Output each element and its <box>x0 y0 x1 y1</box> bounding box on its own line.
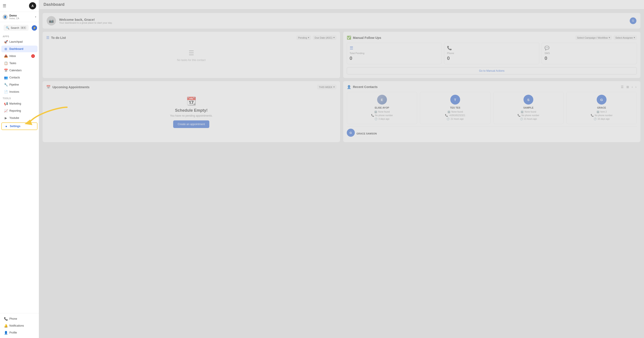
inbox-badge: 0 <box>31 54 35 58</box>
contact-card-sample[interactable]: S SAMPLE 🏢 None found 📞 No phone number <box>493 92 564 124</box>
sms-stat: 💬 SMS 0 <box>542 43 637 64</box>
reporting-label: Reporting <box>9 109 21 112</box>
contact-phone-tes: 📞 +639165232321 <box>445 114 465 117</box>
invoices-icon: 📄 <box>4 90 8 94</box>
sidebar-item-inbox[interactable]: 📥 Inbox 0 <box>1 53 38 59</box>
prev-contacts-button[interactable]: ‹ <box>631 85 633 89</box>
sidebar-item-calendars[interactable]: 📅 Calendars <box>1 67 38 74</box>
sms-stat-icon: 💬 <box>544 46 634 51</box>
todo-empty-text: No tasks for this contact <box>177 59 206 62</box>
contact-phone-elise: 📞 No phone number <box>371 114 393 117</box>
sidebar-item-launchpad[interactable]: 🚀 Launchpad <box>1 38 38 45</box>
phone-stat-value: 0 <box>447 55 536 61</box>
building-icon: 🏢 <box>448 110 450 113</box>
contact-name-elise: ELISE AYOP <box>375 106 389 109</box>
sidebar-item-reporting[interactable]: 📈 Reporting <box>1 107 38 114</box>
contact-time-grace: 🕐 15 days ago <box>594 117 610 120</box>
topbar: Dashboard <box>39 0 644 9</box>
launchpad-label: Launchpad <box>9 40 22 43</box>
next-contacts-button[interactable]: › <box>635 85 637 89</box>
total-pending-icon: ☰ <box>350 46 439 51</box>
contact-time-tes: 🕐 21 hours ago <box>446 117 464 120</box>
building-icon: 🏢 <box>374 110 377 113</box>
settings-label: Settings <box>10 125 20 128</box>
bolt-button[interactable]: ⚡ <box>32 25 37 31</box>
sidebar-item-notifications[interactable]: 🔔 Notifications <box>1 322 38 329</box>
chevron-down-icon: ▾ <box>308 36 309 39</box>
todo-due-filter[interactable]: Due Date (ASC) ▾ <box>313 35 336 40</box>
appointments-header: 📅 Upcoming Appointments THIS WEEK ▾ <box>46 85 336 89</box>
search-shortcut: ⌘ K <box>20 26 26 29</box>
this-week-filter[interactable]: THIS WEEK ▾ <box>317 85 336 89</box>
sidebar-item-settings[interactable]: ● Settings <box>1 122 38 130</box>
welcome-avatar: 📷 <box>47 16 56 26</box>
todo-header: ☰ To do List Pending ▾ Due Date (ASC) ▾ <box>46 35 336 40</box>
tasks-icon: 📋 <box>4 61 8 65</box>
recent-contacts-header: 👤 Recent Contacts ☰ ⊞ ‹ › <box>347 85 637 89</box>
go-to-manual-actions-button[interactable]: Go to Manual Actions <box>347 67 637 74</box>
total-pending-value: 0 <box>350 55 439 61</box>
sidebar-item-pipeline[interactable]: 🔧 Pipeline <box>1 81 38 88</box>
contact-card-elise[interactable]: E ELISE AYOP 🏢 None found 📞 No phone num… <box>347 92 417 124</box>
chevron-down-icon: ▾ <box>634 36 635 39</box>
welcome-subtitle: Your dashboard is a great place to start… <box>59 22 112 24</box>
inbox-label: Inbox <box>9 55 16 58</box>
campaign-workflow-filter[interactable]: Select Campaign / Workflow ▾ <box>575 35 612 40</box>
contacts-view-controls: ☰ ⊞ ‹ › <box>620 85 637 89</box>
sidebar-item-contacts[interactable]: 👥 Contacts <box>1 74 38 81</box>
contact-company-sample: 🏢 None found <box>520 110 536 113</box>
contact-card-grace[interactable]: G GRACE 🏢 form 2 📞 No phone number 🕐 <box>566 92 637 124</box>
total-pending-label: Total Pending <box>350 52 439 55</box>
appointments-controls: THIS WEEK ▾ <box>317 85 336 89</box>
welcome-text: Welcome back, Grace! Your dashboard is a… <box>59 18 112 24</box>
pipeline-icon: 🔧 <box>4 83 8 86</box>
contact-avatar-grace-samson: G <box>347 129 355 137</box>
todo-title: To do List <box>51 36 296 40</box>
account-icon: 👤 <box>3 15 8 20</box>
contact-name-grace: GRACE <box>597 106 606 109</box>
chevron-down-icon: ▾ <box>334 36 335 39</box>
sidebar-item-profile[interactable]: 👤 Profile <box>1 329 38 336</box>
apps-section-label: Apps <box>0 34 39 38</box>
search-bar[interactable]: 🔍 Search ⌘ K <box>4 25 28 31</box>
sidebar-item-phone[interactable]: 📞 Phone <box>1 315 38 322</box>
sidebar-item-marketing[interactable]: 📢 Marketing <box>1 100 38 107</box>
contact-card-tes[interactable]: T TES TES 🏢 None found 📞 +639165232321 <box>420 92 490 124</box>
invoices-label: Invoices <box>9 90 19 93</box>
dashboard-icon: ⊞ <box>4 47 8 51</box>
contact-row-grace-samson: G GRACE SAMSON <box>347 126 637 138</box>
grid-view-button[interactable]: ⊞ <box>626 85 630 89</box>
search-label: Search <box>11 26 20 30</box>
appointments-empty-state: 📆 Schedule Empty! You have no pending ap… <box>46 92 336 132</box>
sidebar-item-youtube[interactable]: ▶ Youtube <box>1 115 38 121</box>
marketing-label: Marketing <box>9 102 21 105</box>
sidebar-item-tasks[interactable]: 📋 Tasks <box>1 60 38 67</box>
notifications-label: Notifications <box>9 324 24 327</box>
calendar-icon: 📆 <box>186 96 196 106</box>
contact-company-grace: 🏢 form 2 <box>596 110 607 113</box>
todo-empty-icon: ☰ <box>188 49 194 57</box>
notifications-icon: 🔔 <box>4 324 8 327</box>
phone-icon: 📞 <box>591 114 594 117</box>
follow-stats: ☰ Total Pending 0 📞 Phone 0 💬 SMS 0 <box>347 43 637 64</box>
create-appointment-button[interactable]: Create an appointment <box>173 120 209 128</box>
phone-icon: 📞 <box>4 317 8 320</box>
sidebar-bottom: 📞 Phone 🔔 Notifications 👤 Profile <box>0 313 39 338</box>
sidebar-item-invoices[interactable]: 📄 Invoices <box>1 88 38 95</box>
contact-name-sample: SAMPLE <box>523 106 534 109</box>
appointments-empty-title: Schedule Empty! <box>175 108 208 113</box>
hamburger-icon[interactable]: ☰ <box>3 3 6 8</box>
appointments-widget: 📅 Upcoming Appointments THIS WEEK ▾ 📆 Sc… <box>42 81 340 142</box>
todo-pending-filter[interactable]: Pending ▾ <box>296 35 311 40</box>
profile-label: Profile <box>9 331 17 334</box>
list-view-button[interactable]: ☰ <box>620 85 624 89</box>
contact-avatar-sample: S <box>524 95 533 105</box>
user-avatar-right[interactable]: G <box>630 18 636 24</box>
calendars-icon: 📅 <box>4 69 8 72</box>
sidebar-item-dashboard[interactable]: ⊞ Dashboard <box>1 46 38 52</box>
account-switcher[interactable]: 👤 Demo Irvine, CA ▾ <box>0 12 39 22</box>
sms-stat-label: SMS <box>544 52 634 55</box>
assignee-filter[interactable]: Select Assignee ▾ <box>614 35 637 40</box>
app-logo: A <box>29 2 36 9</box>
contact-avatar-grace: G <box>597 95 606 105</box>
